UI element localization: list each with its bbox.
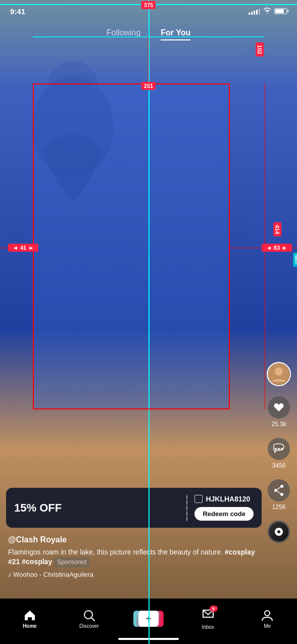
inbox-badge-container: 9 xyxy=(202,608,215,623)
add-button[interactable]: + xyxy=(136,611,161,627)
me-icon xyxy=(261,609,274,622)
inbox-badge-count: 9 xyxy=(210,606,218,612)
coupon-banner: 15% OFF HJKLHA8120 Redeem code xyxy=(6,488,262,528)
svg-point-5 xyxy=(275,448,277,450)
creator-name[interactable]: @Clash Royale xyxy=(8,535,259,544)
music-disc[interactable] xyxy=(268,521,290,543)
battery-icon xyxy=(274,8,287,14)
svg-line-11 xyxy=(277,487,280,490)
comment-button[interactable]: 3456 xyxy=(268,438,290,469)
like-button[interactable]: 25.3k xyxy=(268,396,290,428)
share-count: 1256 xyxy=(272,503,286,511)
nav-add[interactable]: + xyxy=(119,611,178,627)
discover-icon xyxy=(82,609,95,622)
comment-count: 3456 xyxy=(272,462,286,469)
coupon-code-text: HJKLHA8120 xyxy=(206,495,250,503)
nav-discover-label: Discover xyxy=(79,623,99,629)
share-icon-bg xyxy=(268,479,290,501)
svg-point-10 xyxy=(280,493,283,496)
coupon-discount-text: 15% OFF xyxy=(14,501,62,514)
svg-point-9 xyxy=(274,489,277,492)
tab-for-you[interactable]: For You xyxy=(161,26,190,40)
nav-home[interactable]: Home xyxy=(0,609,60,629)
add-icon: + xyxy=(138,611,159,627)
bottom-nav: Home Discover + 9 Inbox Me xyxy=(0,599,297,644)
svg-point-6 xyxy=(278,448,280,450)
share-button[interactable]: 1256 xyxy=(268,479,290,511)
comment-icon-bg xyxy=(268,438,290,460)
svg-point-8 xyxy=(280,485,283,488)
svg-point-2 xyxy=(267,13,268,14)
svg-line-14 xyxy=(91,618,94,621)
home-indicator xyxy=(118,638,179,640)
heart-icon xyxy=(272,401,285,414)
wifi-icon xyxy=(263,7,271,15)
status-bar: 9:41 xyxy=(0,0,297,22)
home-icon xyxy=(23,609,36,622)
comment-icon xyxy=(272,442,285,455)
video-info: @Clash Royale Flamingos roam in the lake… xyxy=(0,535,267,578)
like-count: 25.3k xyxy=(271,421,286,428)
nav-inbox-label: Inbox xyxy=(202,624,214,630)
nav-inbox[interactable]: 9 Inbox xyxy=(178,608,238,630)
nav-me-label: Me xyxy=(264,623,271,629)
svg-point-15 xyxy=(265,611,270,616)
tab-following[interactable]: Following xyxy=(107,26,141,40)
svg-point-4 xyxy=(275,367,283,376)
heart-icon-bg xyxy=(268,396,290,419)
svg-line-12 xyxy=(277,491,280,494)
coupon-discount-section: 15% OFF xyxy=(14,501,179,515)
coupon-code-row[interactable]: HJKLHA8120 xyxy=(194,495,250,503)
music-info: ♪ Woohoo - ChristinaAguilera xyxy=(8,571,259,578)
top-tabs: Following For You xyxy=(0,22,297,44)
nav-discover[interactable]: Discover xyxy=(60,609,119,629)
status-time: 9:41 xyxy=(10,7,25,16)
video-caption: Flamingos roam in the lake, this picture… xyxy=(8,547,259,568)
creator-avatar[interactable] xyxy=(267,362,291,386)
selection-overlay xyxy=(33,83,230,409)
signal-icon xyxy=(249,8,260,15)
right-actions: 25.3k 3456 1256 xyxy=(267,362,291,543)
copy-icon xyxy=(194,495,203,503)
music-disc-icon xyxy=(268,521,290,543)
coupon-code-section: HJKLHA8120 Redeem code xyxy=(194,495,254,521)
nav-me[interactable]: Me xyxy=(237,609,297,629)
sponsored-label: Sponsored xyxy=(54,557,89,568)
share-icon xyxy=(272,484,285,497)
redeem-button[interactable]: Redeem code xyxy=(194,507,254,521)
nav-home-label: Home xyxy=(23,623,37,629)
status-icons xyxy=(249,7,287,15)
coupon-divider xyxy=(186,495,187,521)
